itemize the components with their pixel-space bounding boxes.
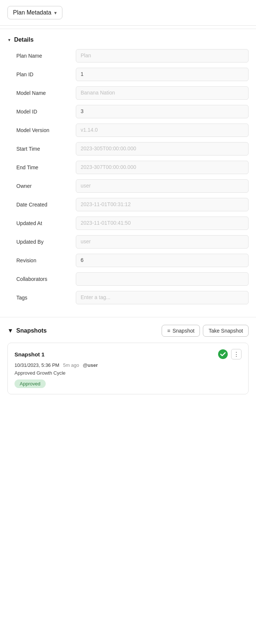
snapshot-card-header: Snapshot 1 ⋮ bbox=[14, 349, 242, 359]
snapshot-actions: ⋮ bbox=[218, 349, 242, 359]
updated-by-input[interactable]: user bbox=[76, 235, 249, 249]
plan-id-input[interactable]: 1 bbox=[76, 68, 249, 81]
owner-input[interactable]: user bbox=[76, 179, 249, 193]
model-version-label: Model Version bbox=[16, 127, 76, 133]
take-snapshot-button[interactable]: Take Snapshot bbox=[203, 325, 249, 337]
approved-check-icon bbox=[218, 349, 228, 359]
plan-id-label: Plan ID bbox=[16, 71, 76, 77]
model-name-label: Model Name bbox=[16, 90, 76, 96]
snapshot-date: 10/31/2023, 5:36 PM bbox=[14, 362, 59, 368]
date-created-input[interactable]: 2023-11-01T00:31:12 bbox=[76, 198, 249, 211]
start-time-input[interactable]: 2023-305T00:00:00.000 bbox=[76, 142, 249, 156]
approved-status-badge: Approved bbox=[14, 379, 46, 388]
tags-label: Tags bbox=[16, 295, 76, 301]
snapshots-header-left: ▼ Snapshots bbox=[7, 327, 47, 334]
more-options-icon[interactable]: ⋮ bbox=[231, 349, 242, 359]
details-title: Details bbox=[14, 36, 33, 43]
revision-label: Revision bbox=[16, 257, 76, 263]
snapshots-title: Snapshots bbox=[16, 327, 47, 334]
field-model-version: Model Version v1.14.0 bbox=[7, 124, 249, 137]
plan-name-label: Plan Name bbox=[16, 53, 76, 59]
plan-name-input[interactable]: Plan bbox=[76, 49, 249, 63]
field-collaborators: Collaborators bbox=[7, 272, 249, 286]
field-updated-by: Updated By user bbox=[7, 235, 249, 249]
model-version-input[interactable]: v1.14.0 bbox=[76, 124, 249, 137]
field-model-name: Model Name Banana Nation bbox=[7, 86, 249, 100]
collapse-triangle-icon[interactable]: ▼ bbox=[7, 38, 11, 42]
snapshots-header: ▼ Snapshots ≡ Snapshot Take Snapshot bbox=[7, 325, 249, 337]
model-name-input[interactable]: Banana Nation bbox=[76, 86, 249, 100]
updated-by-label: Updated By bbox=[16, 239, 76, 245]
field-model-id: Model ID 3 bbox=[7, 105, 249, 118]
field-plan-id: Plan ID 1 bbox=[7, 68, 249, 81]
updated-at-label: Updated At bbox=[16, 220, 76, 226]
revision-input[interactable]: 6 bbox=[76, 254, 249, 267]
filter-button-label: Snapshot bbox=[172, 328, 194, 334]
svg-point-0 bbox=[218, 349, 228, 359]
snapshots-collapse-icon[interactable]: ▼ bbox=[7, 327, 13, 334]
owner-label: Owner bbox=[16, 183, 76, 189]
dropdown-label: Plan Metadata bbox=[13, 9, 51, 16]
collaborators-input[interactable] bbox=[76, 272, 249, 286]
snapshot-name: Snapshot 1 bbox=[14, 351, 218, 358]
chevron-down-icon: ▾ bbox=[54, 10, 57, 16]
updated-at-input[interactable]: 2023-11-01T00:41:50 bbox=[76, 217, 249, 230]
collaborators-label: Collaborators bbox=[16, 276, 76, 282]
field-plan-name: Plan Name Plan bbox=[7, 49, 249, 63]
snapshot-filter-button[interactable]: ≡ Snapshot bbox=[162, 325, 200, 337]
end-time-label: End Time bbox=[16, 164, 76, 170]
field-owner: Owner user bbox=[7, 179, 249, 193]
field-end-time: End Time 2023-307T00:00:00.000 bbox=[7, 161, 249, 174]
plan-metadata-dropdown[interactable]: Plan Metadata ▾ bbox=[7, 6, 62, 19]
snapshots-section: ▼ Snapshots ≡ Snapshot Take Snapshot Sna… bbox=[0, 320, 256, 403]
start-time-label: Start Time bbox=[16, 146, 76, 152]
date-created-label: Date Created bbox=[16, 202, 76, 208]
field-date-created: Date Created 2023-11-01T00:31:12 bbox=[7, 198, 249, 211]
snapshot-meta: 10/31/2023, 5:36 PM 5m ago @user bbox=[14, 362, 242, 368]
snapshot-card: Snapshot 1 ⋮ 10/31/2023, 5:36 PM 5m ago … bbox=[7, 343, 249, 394]
model-id-label: Model ID bbox=[16, 109, 76, 115]
take-snapshot-label: Take Snapshot bbox=[208, 328, 243, 334]
snapshot-description: Approved Growth Cycle bbox=[14, 370, 242, 376]
snapshot-user: @user bbox=[83, 362, 98, 368]
snapshots-header-right: ≡ Snapshot Take Snapshot bbox=[162, 325, 249, 337]
snapshot-time-ago: 5m ago bbox=[63, 362, 79, 368]
field-updated-at: Updated At 2023-11-01T00:41:50 bbox=[7, 217, 249, 230]
details-section: ▼ Details Plan Name Plan Plan ID 1 Model… bbox=[0, 32, 256, 314]
filter-icon: ≡ bbox=[167, 328, 170, 334]
field-revision: Revision 6 bbox=[7, 254, 249, 267]
end-time-input[interactable]: 2023-307T00:00:00.000 bbox=[76, 161, 249, 174]
header-bar: Plan Metadata ▾ bbox=[0, 0, 256, 26]
model-id-input[interactable]: 3 bbox=[76, 105, 249, 118]
field-start-time: Start Time 2023-305T00:00:00.000 bbox=[7, 142, 249, 156]
details-section-header: ▼ Details bbox=[7, 36, 249, 43]
field-tags: Tags Enter a tag... bbox=[7, 291, 249, 304]
tags-input[interactable]: Enter a tag... bbox=[76, 291, 249, 304]
